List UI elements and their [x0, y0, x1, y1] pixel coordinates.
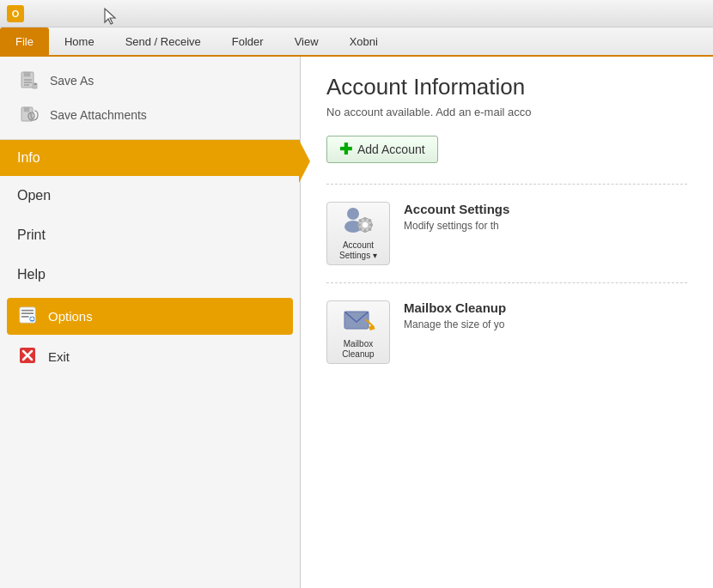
open-label: Open: [17, 188, 51, 203]
sidebar-item-open[interactable]: Open: [0, 176, 300, 215]
tab-file[interactable]: File: [0, 27, 49, 55]
svg-rect-26: [357, 224, 361, 227]
sidebar-item-save-attachments[interactable]: Save Attachments: [0, 98, 300, 132]
svg-marker-6: [34, 83, 36, 85]
svg-rect-27: [369, 224, 373, 227]
cursor-icon: [103, 7, 119, 26]
svg-point-20: [347, 208, 359, 220]
sidebar-item-options[interactable]: Options: [7, 298, 293, 335]
mailbox-cleanup-desc: Manage the size of yo: [404, 318, 506, 330]
svg-rect-10: [21, 310, 34, 312]
options-icon: [19, 306, 40, 326]
tab-send-receive[interactable]: Send / Receive: [110, 27, 216, 55]
add-account-label: Add Account: [357, 142, 425, 156]
exit-label: Exit: [48, 349, 70, 364]
mailbox-cleanup-button[interactable]: MailboxCleanup: [326, 300, 390, 364]
svg-point-23: [362, 221, 369, 228]
tab-view[interactable]: View: [279, 27, 334, 55]
account-settings-button[interactable]: AccountSettings ▾: [326, 202, 390, 265]
save-as-icon: [17, 70, 41, 91]
add-icon: ✚: [339, 142, 352, 157]
svg-rect-12: [21, 316, 29, 318]
print-label: Print: [17, 227, 46, 243]
mailbox-cleanup-heading: Mailbox Cleanup: [404, 300, 506, 315]
account-settings-desc: Modify settings for th: [404, 220, 509, 232]
save-attachments-icon: [17, 105, 41, 125]
account-settings-icon-label: AccountSettings ▾: [339, 240, 377, 261]
svg-rect-11: [21, 312, 34, 314]
sidebar-top-section: Save As Save Attachments: [0, 57, 300, 140]
add-account-button[interactable]: ✚ Add Account: [326, 136, 438, 163]
mailbox-cleanup-icon: [341, 305, 375, 336]
account-settings-heading: Account Settings: [404, 202, 509, 216]
help-label: Help: [17, 267, 46, 282]
svg-rect-15: [30, 318, 34, 320]
account-settings-icon: [341, 206, 375, 237]
divider-2: [326, 282, 687, 283]
tab-home[interactable]: Home: [49, 27, 110, 55]
account-settings-text: Account Settings Modify settings for th: [404, 202, 509, 232]
svg-rect-1: [24, 72, 30, 76]
sidebar-item-help[interactable]: Help: [0, 255, 300, 294]
tab-xobni[interactable]: Xobni: [334, 27, 393, 55]
svg-rect-25: [364, 229, 367, 233]
svg-marker-16: [105, 9, 115, 24]
content-subtitle: No account available. Add an e-mail acco: [326, 106, 687, 118]
options-label: Options: [48, 309, 93, 324]
divider-1: [326, 184, 687, 185]
sidebar-item-info[interactable]: Info: [0, 140, 300, 176]
svg-rect-24: [364, 217, 367, 221]
page-title: Account Information: [326, 74, 687, 100]
app-icon: O: [7, 5, 24, 22]
account-settings-section: AccountSettings ▾ Account Settings Modif…: [326, 202, 687, 265]
content-area: Account Information No account available…: [301, 57, 713, 588]
main-container: Save As Save Attachments Info Open: [0, 57, 713, 588]
svg-rect-8: [24, 107, 29, 112]
mailbox-cleanup-icon-label: MailboxCleanup: [342, 339, 374, 360]
save-as-label: Save As: [50, 74, 94, 88]
sidebar: Save As Save Attachments Info Open: [0, 57, 301, 588]
ribbon-tabs: File Home Send / Receive Folder View Xob…: [0, 27, 713, 57]
save-attachments-label: Save Attachments: [50, 108, 147, 122]
sidebar-item-print[interactable]: Print: [0, 215, 300, 255]
svg-marker-34: [369, 325, 375, 330]
sidebar-item-exit[interactable]: Exit: [0, 338, 300, 375]
mailbox-cleanup-section: MailboxCleanup Mailbox Cleanup Manage th…: [326, 300, 687, 364]
sidebar-item-save-as[interactable]: Save As: [0, 64, 300, 98]
mailbox-cleanup-text: Mailbox Cleanup Manage the size of yo: [404, 300, 506, 330]
tab-folder[interactable]: Folder: [216, 27, 279, 55]
info-label: Info: [17, 150, 40, 166]
exit-icon: [19, 347, 40, 367]
